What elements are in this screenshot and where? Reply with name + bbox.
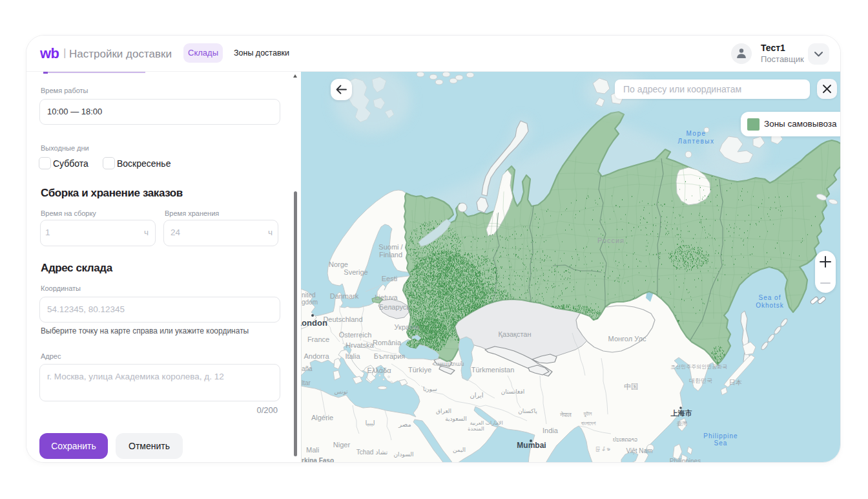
svg-text:Okhotsk: Okhotsk xyxy=(756,302,784,309)
svg-text:ভুটান: ভুটান xyxy=(583,411,592,418)
svg-text:rkina Faso: rkina Faso xyxy=(302,457,334,463)
svg-text:Türkiye: Türkiye xyxy=(408,366,431,374)
svg-text:Mumbai: Mumbai xyxy=(517,441,546,450)
svg-text:Россия: Россия xyxy=(597,237,625,244)
svg-text:Море: Море xyxy=(686,130,706,137)
svg-text:المتحدة: المتحدة xyxy=(468,426,484,432)
svg-text:پاکستان: پاکستان xyxy=(518,408,537,414)
svg-text:Tchad تشاد: Tchad تشاد xyxy=(356,449,388,456)
svg-text:India: India xyxy=(542,427,559,434)
svg-text:Hrvatska: Hrvatska xyxy=(346,341,374,349)
svg-text:Norge: Norge xyxy=(329,260,348,268)
svg-text:臺灣: 臺灣 xyxy=(677,421,687,427)
svg-text:سوريا: سوريا xyxy=(423,386,437,392)
svg-text:مصر: مصر xyxy=(398,421,411,428)
svg-text:대한민국: 대한민국 xyxy=(689,377,712,384)
svg-text:الامارات العربية: الامارات العربية xyxy=(470,420,502,426)
svg-text:Suomi /: Suomi / xyxy=(378,243,403,251)
svg-text:Lietuva: Lietuva xyxy=(375,293,398,301)
svg-text:gdom: gdom xyxy=(302,299,318,306)
svg-text:Қазақстан: Қазақстан xyxy=(499,330,532,338)
svg-text:ປະເທດລາວ: ປະເທດລາວ xyxy=(613,437,637,443)
svg-text:اليمن: اليمن xyxy=(453,447,466,453)
svg-text:Беларусь: Беларусь xyxy=(379,303,410,311)
svg-text:Niger: Niger xyxy=(333,441,351,449)
svg-text:السودان: السودان xyxy=(393,451,413,458)
svg-text:تونس: تونس xyxy=(334,388,348,395)
svg-text:조선민주주의인민공화국: 조선민주주의인민공화국 xyxy=(670,364,727,370)
svg-text:London: London xyxy=(301,318,327,328)
svg-text:ایران: ایران xyxy=(470,392,483,399)
svg-text:Österreich: Österreich xyxy=(339,331,372,339)
svg-text:Eesti: Eesti xyxy=(382,275,397,282)
svg-text:Лаптевых: Лаптевых xyxy=(677,138,714,145)
svg-text:Philippines: Philippines xyxy=(670,458,701,463)
svg-text:Philippine: Philippine xyxy=(703,432,738,440)
svg-text:Sverige: Sverige xyxy=(344,268,367,276)
svg-text:France: France xyxy=(307,335,329,343)
svg-text:Italia: Italia xyxy=(345,352,360,360)
svg-text:Danmark: Danmark xyxy=(330,292,359,300)
svg-text:Finland: Finland xyxy=(379,251,402,259)
svg-text:Ελλάδα: Ελλάδα xyxy=(367,366,391,374)
svg-text:Sea of: Sea of xyxy=(759,294,781,301)
svg-text:Sea: Sea xyxy=(714,440,728,447)
svg-text:Algérie: Algérie xyxy=(311,414,333,421)
svg-text:aña: aña xyxy=(302,365,313,372)
svg-text:上海市: 上海市 xyxy=(670,409,692,417)
svg-text:Việt Nam: Việt Nam xyxy=(626,447,653,454)
svg-text:العراق: العراق xyxy=(436,408,451,414)
svg-text:România: România xyxy=(373,339,402,346)
svg-text:България: България xyxy=(374,352,406,360)
svg-text:Mali: Mali xyxy=(306,446,319,454)
svg-text:Монгол Улс: Монгол Улс xyxy=(608,335,646,343)
svg-text:Deutschland: Deutschland xyxy=(323,315,362,323)
svg-text:Andorra: Andorra xyxy=(304,352,329,360)
svg-text:Türkmenistan: Türkmenistan xyxy=(471,366,515,374)
svg-text:Հայաստան: Հայաստան xyxy=(432,361,464,367)
svg-text:السعودية: السعودية xyxy=(445,416,467,422)
svg-text:ltar: ltar xyxy=(302,379,311,387)
svg-text:افغانستان: افغانستان xyxy=(501,388,525,395)
svg-text:中国: 中国 xyxy=(624,383,638,390)
svg-text:বাংলাদেশ: বাংলাদেশ xyxy=(581,421,596,427)
svg-text:日本: 日本 xyxy=(729,379,742,386)
svg-text:ليبيا: ليبيا xyxy=(365,419,375,427)
svg-text:မြန်မာ: မြန်မာ xyxy=(595,447,610,452)
svg-text:nited: nited xyxy=(302,292,316,299)
svg-text:नेपाल: नेपाल xyxy=(559,411,571,418)
svg-text:Україна: Україна xyxy=(395,323,420,331)
